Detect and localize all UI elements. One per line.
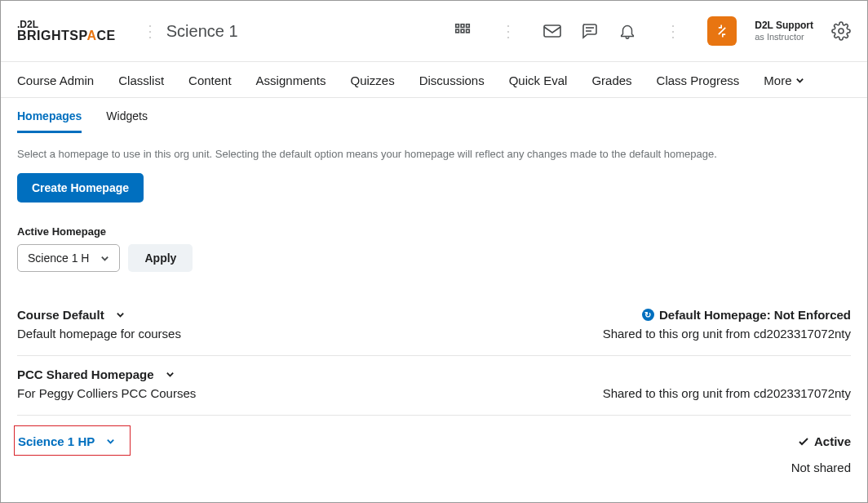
nav-quick-eval[interactable]: Quick Eval — [509, 73, 568, 87]
nav-discussions[interactable]: Discussions — [419, 73, 485, 87]
course-title[interactable]: Science 1 — [166, 22, 238, 41]
user-name: D2L Support — [755, 20, 813, 31]
user-role: as Instructor — [755, 32, 813, 42]
active-homepage-select[interactable]: Science 1 H — [17, 244, 120, 272]
info-icon: ↻ — [642, 309, 654, 321]
homepage-title: Science 1 HP — [18, 434, 95, 448]
apply-button[interactable]: Apply — [128, 244, 193, 272]
nav-class-progress[interactable]: Class Progress — [657, 73, 740, 87]
main-nav: Course Admin Classlist Content Assignmen… — [1, 62, 867, 98]
tab-widgets[interactable]: Widgets — [106, 109, 148, 133]
svg-rect-4 — [461, 29, 464, 33]
select-value: Science 1 H — [28, 252, 89, 265]
nav-content[interactable]: Content — [188, 73, 232, 87]
nav-assignments[interactable]: Assignments — [256, 73, 326, 87]
logo-bottom: BRIGHTSPACE — [17, 29, 116, 42]
svg-rect-6 — [544, 25, 560, 37]
nav-classlist[interactable]: Classlist — [118, 73, 164, 87]
sub-nav: Homepages Widgets — [1, 98, 867, 133]
homepage-shared-info: Shared to this org unit from cd202331707… — [603, 386, 851, 400]
bell-icon[interactable] — [618, 21, 637, 41]
apps-grid-icon[interactable] — [453, 21, 472, 41]
homepage-title-dropdown[interactable]: Science 1 HP — [18, 434, 115, 448]
help-text: Select a homepage to use in this org uni… — [17, 148, 851, 160]
topbar-icons: ⋮ ⋮ D2L Support as Instructor — [453, 16, 851, 46]
top-bar: .D2L BRIGHTSPACE ⋮ Science 1 ⋮ — [1, 1, 867, 62]
chevron-down-icon — [116, 310, 125, 319]
gear-icon[interactable] — [831, 21, 851, 41]
nav-course-admin[interactable]: Course Admin — [17, 73, 94, 87]
homepage-title-dropdown[interactable]: PCC Shared Homepage — [17, 367, 175, 381]
separator: ⋮ — [142, 21, 157, 41]
mail-icon[interactable] — [542, 21, 562, 41]
homepage-desc: For Peggy Colliers PCC Courses — [17, 386, 196, 400]
homepage-desc: Default homepage for courses — [17, 327, 181, 341]
homepage-title: Course Default — [17, 308, 104, 322]
svg-rect-3 — [456, 29, 459, 33]
nav-more[interactable]: More — [764, 73, 804, 87]
svg-point-9 — [839, 29, 844, 33]
chevron-down-icon — [106, 437, 115, 446]
homepage-item: Course Default ↻ Default Homepage: Not E… — [17, 296, 851, 355]
course-color-icon[interactable] — [707, 16, 737, 46]
homepage-status: ↻ Default Homepage: Not Enforced — [642, 308, 851, 322]
nav-quizzes[interactable]: Quizzes — [350, 73, 394, 87]
homepage-shared-info: Not shared — [791, 461, 851, 474]
svg-rect-1 — [461, 24, 464, 28]
homepage-title-dropdown[interactable]: Course Default — [17, 308, 125, 322]
highlighted-homepage: Science 1 HP — [14, 425, 131, 456]
homepage-title: PCC Shared Homepage — [17, 367, 154, 381]
homepage-list: Course Default ↻ Default Homepage: Not E… — [17, 296, 851, 479]
chat-icon[interactable] — [580, 21, 600, 41]
nav-grades[interactable]: Grades — [591, 73, 631, 87]
separator: ⋮ — [665, 21, 680, 41]
chevron-down-icon — [166, 370, 175, 379]
brightspace-logo: .D2L BRIGHTSPACE — [17, 20, 116, 42]
content-area: Select a homepage to use in this org uni… — [1, 133, 867, 479]
active-homepage-label: Active Homepage — [17, 225, 851, 238]
svg-rect-2 — [467, 24, 470, 28]
separator: ⋮ — [500, 21, 515, 41]
create-homepage-button[interactable]: Create Homepage — [17, 173, 144, 203]
chevron-down-icon — [795, 76, 804, 85]
user-block[interactable]: D2L Support as Instructor — [755, 20, 813, 42]
svg-rect-0 — [456, 24, 459, 28]
homepage-item: Science 1 HP Active Not shared — [17, 415, 851, 479]
check-icon — [798, 436, 809, 447]
svg-rect-5 — [467, 29, 470, 33]
homepage-item: PCC Shared Homepage For Peggy Colliers P… — [17, 355, 851, 415]
chevron-down-icon — [100, 254, 109, 263]
homepage-status: Active — [798, 434, 851, 448]
tab-homepages[interactable]: Homepages — [17, 109, 82, 133]
homepage-shared-info: Shared to this org unit from cd202331707… — [603, 327, 851, 341]
